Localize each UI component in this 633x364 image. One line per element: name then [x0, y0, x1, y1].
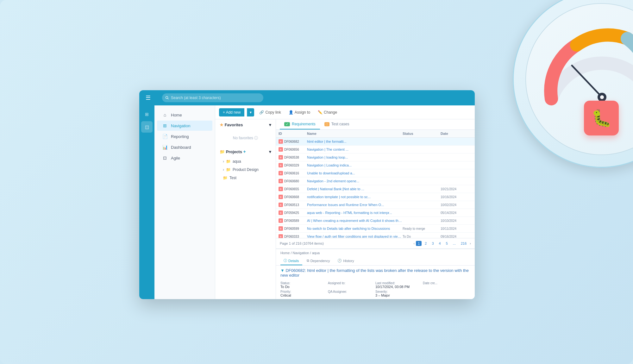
gauge-circle-inner: 🐛 [525, 3, 633, 155]
sidebar-item-navigation[interactable]: ⊞ Navigation [157, 121, 212, 131]
row-name[interactable]: Navigation - 2nd element opene... [307, 179, 403, 183]
project-item-aqua[interactable]: › 📁 aqua + ⋯ [215, 157, 276, 166]
row-name[interactable]: notification template | not possible to … [307, 195, 403, 199]
row-name[interactable]: Navigation | Loading indica... [307, 163, 403, 167]
table-row[interactable]: B DF060616 Unable to download/upload a..… [276, 169, 475, 177]
sidebar-layout-icon[interactable]: ⊞ [141, 109, 153, 120]
tab-test-cases[interactable]: □ Test cases [320, 119, 354, 129]
table-row[interactable]: B DF060655 Defekt | National Bank [Not a… [276, 185, 475, 193]
detail-tab-history[interactable]: 🕐 History [334, 257, 357, 265]
sidebar-item-dashboard[interactable]: 📊 Dashboard [157, 142, 212, 152]
dependency-icon: ⧉ [307, 259, 309, 263]
sidebar-item-agile[interactable]: ⊡ Agile [157, 153, 212, 163]
table-row[interactable]: B DF060682 html editor | the formatti... [276, 138, 475, 146]
projects-header[interactable]: 📁 Projects + ▾ [215, 146, 276, 157]
row-name[interactable]: html editor | the formatti... [307, 140, 403, 143]
prev-page-icon[interactable]: ‹ [414, 242, 415, 245]
row-name[interactable]: aqua web - Reporting - HTML formatting i… [307, 211, 403, 215]
table-row[interactable]: B DF060668 notification template | not p… [276, 193, 475, 201]
sidebar-toggle-icon[interactable]: ◫ [141, 121, 153, 133]
bug-badge-icon: B [279, 203, 283, 207]
assign-to-button[interactable]: 👤 Assign to [286, 109, 313, 116]
pagination: Page 1 of 216 (10764 items) ‹ 1 2 3 4 5 … [276, 238, 475, 248]
page-3[interactable]: 3 [430, 241, 436, 246]
bug-badge-icon: B [279, 195, 283, 199]
project-more-icon[interactable]: ⋯ [267, 159, 271, 164]
tab-requirements[interactable]: ✓ Requirements [280, 119, 320, 129]
home-icon: ⌂ [162, 112, 168, 117]
page-2[interactable]: 2 [423, 241, 429, 246]
search-bar[interactable]: Search (at least 3 characters) [162, 93, 263, 102]
row-id: DF060333 [284, 235, 299, 238]
row-id-cell: B DF059425 [279, 210, 307, 215]
table-row[interactable]: B DF060680 Navigation - 2nd element open… [276, 177, 475, 185]
detail-tab-dependency[interactable]: ⧉ Dependency [304, 257, 333, 265]
copy-link-button[interactable]: 🔗 Copy link [257, 109, 283, 116]
row-name[interactable]: Performance Issues and Runtime Error Whe… [307, 203, 403, 207]
table-row[interactable]: B DF060329 Navigation | Loading indica..… [276, 161, 475, 169]
test-cases-badge: □ [324, 122, 329, 126]
row-name[interactable]: Navigation | loading loop... [307, 155, 403, 159]
row-id-cell: B DF060329 [279, 163, 307, 167]
row-id: DF060513 [284, 203, 299, 207]
row-name[interactable]: Navigation | The content ... [307, 147, 403, 151]
table-row[interactable]: B DF060333 View flow / auth set filter c… [276, 233, 475, 238]
table-row[interactable]: B DF060513 Performance Issues and Runtim… [276, 201, 475, 209]
detail-tab-details[interactable]: ⓘ Details [280, 257, 302, 265]
hamburger-icon[interactable]: ☰ [144, 93, 152, 103]
col-name: Name [307, 132, 403, 135]
detail-collapse-icon[interactable]: ▼ [280, 268, 285, 273]
bug-badge-icon: B [279, 179, 283, 183]
row-id: DF060682 [284, 140, 299, 143]
table-row[interactable]: B DF060538 Navigation | loading loop... [276, 154, 475, 161]
bug-badge-icon: B [279, 171, 283, 175]
change-button[interactable]: ✏️ Change [315, 109, 340, 116]
table-row[interactable]: B DF060656 Navigation | The content ... [276, 146, 475, 154]
page-216[interactable]: 216 [459, 241, 468, 246]
row-date: 10/16/2024 [441, 195, 472, 199]
page-1[interactable]: 1 [416, 241, 422, 246]
projects-add-icon[interactable]: + [243, 149, 246, 154]
add-new-dropdown-button[interactable]: ▾ [247, 108, 254, 116]
outer-background: ☰ Search (at least 3 characters) ⊞ ◫ [0, 0, 633, 364]
favorites-header[interactable]: ★ Favorites ▾ [215, 119, 276, 130]
sidebar-item-home[interactable]: ⌂ Home [157, 110, 212, 120]
sidebar-item-dashboard-label: Dashboard [171, 145, 191, 150]
row-id-cell: B DF060668 [279, 195, 307, 199]
bug-badge-icon: B [279, 210, 283, 215]
bug-badge-icon: B [279, 155, 283, 160]
row-name[interactable]: Unable to download/upload a... [307, 171, 403, 175]
bug-badge-icon: B [279, 147, 283, 152]
page-ellipsis: ... [451, 241, 458, 246]
row-name[interactable]: Defekt | National Bank [Not able to ... [307, 187, 403, 191]
page-4[interactable]: 4 [437, 241, 443, 246]
projects-collapse-icon[interactable]: ▾ [269, 149, 271, 154]
sidebar-item-reporting[interactable]: 📄 Reporting [157, 131, 212, 141]
search-placeholder: Search (at least 3 characters) [171, 96, 221, 100]
row-id: DF060538 [284, 156, 299, 159]
row-id: DF060656 [284, 148, 299, 151]
table-row[interactable]: B DF060589 AI | When creating a requirem… [276, 217, 475, 225]
requirements-badge: ✓ [284, 122, 290, 126]
project-item-test[interactable]: 📁 Test [215, 174, 276, 182]
project-add-icon[interactable]: + [264, 159, 266, 164]
col-date: Date [441, 132, 472, 135]
row-name[interactable]: No switch to Details tab after switching… [307, 227, 403, 230]
table-row[interactable]: B DF060599 No switch to Details tab afte… [276, 225, 475, 233]
row-name[interactable]: AI | When creating a requirement with AI… [307, 219, 403, 223]
bug-card: 🐛 [584, 101, 619, 135]
project-expand-icon-2: › [223, 167, 224, 172]
assign-icon: 👤 [289, 110, 293, 115]
col-status: Status [403, 132, 441, 135]
favorites-collapse-icon[interactable]: ▾ [269, 122, 271, 127]
row-id-cell: B DF060599 [279, 226, 307, 231]
row-name[interactable]: View flow / auth set filter conditions a… [307, 235, 403, 238]
add-new-button[interactable]: + Add new [219, 108, 244, 116]
bug-badge-icon: B [279, 234, 283, 238]
project-item-product-design[interactable]: › 📁 Product Design [215, 166, 276, 174]
next-page-icon[interactable]: › [470, 242, 471, 245]
table-row[interactable]: B DF059425 aqua web - Reporting - HTML f… [276, 209, 475, 217]
page-5[interactable]: 5 [444, 241, 450, 246]
row-id-cell: B DF060682 [279, 139, 307, 144]
svg-point-3 [598, 93, 606, 102]
